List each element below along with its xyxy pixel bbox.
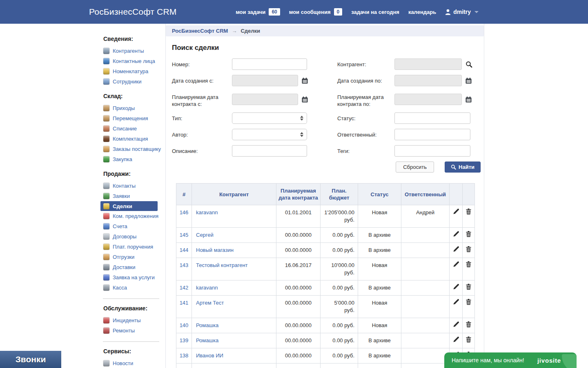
calendar-icon[interactable] — [302, 96, 308, 103]
edit-icon[interactable] — [453, 231, 459, 237]
table-row: 143 Тестовый контрагент 16.06.2017 10'00… — [176, 258, 475, 280]
sidebar-item-deals[interactable]: Сделки — [100, 201, 158, 211]
leaf-decoration — [562, 354, 577, 368]
sidebar-item-invoices[interactable]: Счета — [103, 221, 160, 231]
sidebar-item-news[interactable]: Новости — [103, 358, 160, 368]
contract-from-input[interactable] — [232, 94, 298, 105]
sidebar-item-payment-orders[interactable]: Плат. поручения — [103, 242, 160, 252]
sidebar-item-receipts[interactable]: Приходы — [103, 103, 160, 113]
delete-icon[interactable] — [466, 321, 471, 328]
counterparty-link[interactable]: Сергей — [196, 232, 214, 238]
delete-icon[interactable] — [466, 231, 471, 237]
sidebar-item-requests[interactable]: Заявки — [103, 191, 160, 201]
sidebar-item-deliveries[interactable]: Доставки — [103, 262, 160, 272]
counterparty-link[interactable]: Ромашка — [196, 337, 218, 343]
responsible-cell — [401, 258, 450, 280]
counterparty-link[interactable]: Тестовый контрагент — [196, 262, 248, 268]
sidebar-item-assembly[interactable]: Комплектация — [103, 134, 160, 144]
responsible-cell — [401, 333, 450, 348]
author-select[interactable] — [232, 129, 307, 140]
delete-icon[interactable] — [466, 299, 471, 305]
calendar-icon[interactable] — [466, 78, 472, 84]
sidebar-item-counterparties[interactable]: Контрагенты — [103, 46, 160, 56]
sidebar-item-transfers[interactable]: Перемещения — [103, 113, 160, 123]
sidebar-item-contact-persons[interactable]: Контактные лица — [103, 56, 160, 66]
sidebar-item-writeoff[interactable]: Списание — [103, 123, 160, 134]
sidebar-item-purchase[interactable]: Закупка — [103, 154, 160, 164]
contract-to-input[interactable] — [394, 94, 462, 105]
responsible-cell — [401, 228, 450, 243]
deal-id-link[interactable]: 140 — [180, 322, 189, 328]
status-cell: В архиве — [358, 280, 401, 296]
nav-today-tasks[interactable]: задачи на сегодня — [351, 9, 399, 15]
counterparty-link[interactable]: karavann — [196, 209, 218, 215]
status-label: Статус: — [337, 112, 394, 124]
status-input[interactable] — [394, 112, 470, 124]
calls-panel[interactable]: Звонки — [0, 351, 61, 368]
delete-icon[interactable] — [466, 209, 471, 215]
receipts-icon — [103, 105, 109, 111]
counterparty-link[interactable]: Иванов ИИ — [196, 352, 223, 359]
calendar-icon[interactable] — [302, 78, 308, 84]
deal-id-link[interactable]: 141 — [180, 300, 189, 306]
jivosite-logo: jivosite — [537, 357, 561, 364]
sidebar-item-shipments[interactable]: Отгрузки — [103, 252, 160, 262]
edit-icon[interactable] — [453, 299, 459, 305]
description-input[interactable] — [232, 145, 307, 157]
responsible-cell — [401, 318, 450, 333]
breadcrumb-root-link[interactable]: РосБизнесСофт CRM — [172, 28, 228, 34]
edit-icon[interactable] — [453, 246, 459, 252]
sidebar-item-incidents[interactable]: Инциденты — [103, 315, 160, 325]
delete-icon[interactable] — [466, 284, 471, 290]
created-to-input[interactable] — [394, 75, 462, 86]
nav-my-tasks[interactable]: мои задачи 60 — [236, 8, 280, 16]
edit-icon[interactable] — [453, 337, 459, 342]
sidebar-item-cashbox[interactable]: Касса — [103, 283, 160, 293]
edit-icon[interactable] — [453, 261, 459, 267]
deal-id-link[interactable]: 143 — [180, 262, 189, 268]
col-responsible: Ответственный — [401, 184, 450, 205]
search-icon[interactable] — [466, 61, 472, 68]
counterparty-link[interactable]: Артем Тест — [196, 300, 224, 306]
sidebar-item-contacts[interactable]: Контакты — [103, 181, 160, 191]
edit-icon[interactable] — [453, 284, 459, 289]
nav-my-messages[interactable]: мои сообщения 0 — [289, 8, 342, 16]
sidebar-item-supplier-orders[interactable]: Заказы поставщику — [103, 144, 160, 154]
tags-input[interactable] — [394, 145, 470, 157]
edit-icon[interactable] — [453, 321, 459, 327]
delete-icon[interactable] — [466, 337, 471, 343]
table-row: 139 Ромашка 00.00.0000 0.00 руб. В архив… — [176, 333, 475, 348]
sidebar-item-proposals[interactable]: Ком. предложения — [103, 211, 160, 221]
deal-id-link[interactable]: 146 — [180, 209, 189, 215]
counterparty-link[interactable]: karavann — [196, 285, 218, 291]
number-input[interactable] — [232, 58, 307, 70]
chat-widget[interactable]: Напишите нам, мы онлайн! jivosite — [444, 352, 577, 368]
delete-icon[interactable] — [466, 246, 471, 252]
sidebar-item-nomenclature[interactable]: Номенклатура — [103, 66, 160, 76]
col-budget: План. бюджет — [321, 184, 358, 205]
deal-id-link[interactable]: 144 — [180, 247, 189, 253]
find-button[interactable]: Найти — [445, 162, 481, 173]
status-cell: Новая — [358, 318, 401, 333]
calls-label: Звонки — [16, 355, 46, 364]
delete-icon[interactable] — [466, 261, 471, 267]
sidebar-item-contracts[interactable]: Договоры — [103, 231, 160, 242]
reset-button[interactable]: Сбросить — [396, 162, 434, 173]
sidebar-item-repairs[interactable]: Ремонты — [103, 325, 160, 336]
calendar-icon[interactable] — [466, 96, 472, 103]
counterparty-link[interactable]: Ромашка — [196, 322, 218, 328]
sidebar-item-service-request[interactable]: Заявка на услуги — [103, 272, 160, 283]
deal-id-link[interactable]: 138 — [180, 352, 189, 359]
counterparty-lookup-input[interactable] — [394, 58, 462, 70]
deal-id-link[interactable]: 145 — [180, 232, 189, 238]
deal-id-link[interactable]: 139 — [180, 337, 189, 343]
sidebar-item-employees[interactable]: Сотрудники — [103, 76, 160, 87]
created-from-input[interactable] — [232, 75, 298, 86]
type-select[interactable] — [232, 112, 307, 124]
counterparty-link[interactable]: Новый магазин — [196, 247, 234, 253]
user-menu[interactable]: dmitry — [445, 9, 479, 15]
deal-id-link[interactable]: 142 — [180, 285, 189, 291]
nav-calendar[interactable]: календарь — [408, 9, 436, 15]
responsible-input[interactable] — [394, 129, 470, 140]
edit-icon[interactable] — [453, 209, 459, 214]
